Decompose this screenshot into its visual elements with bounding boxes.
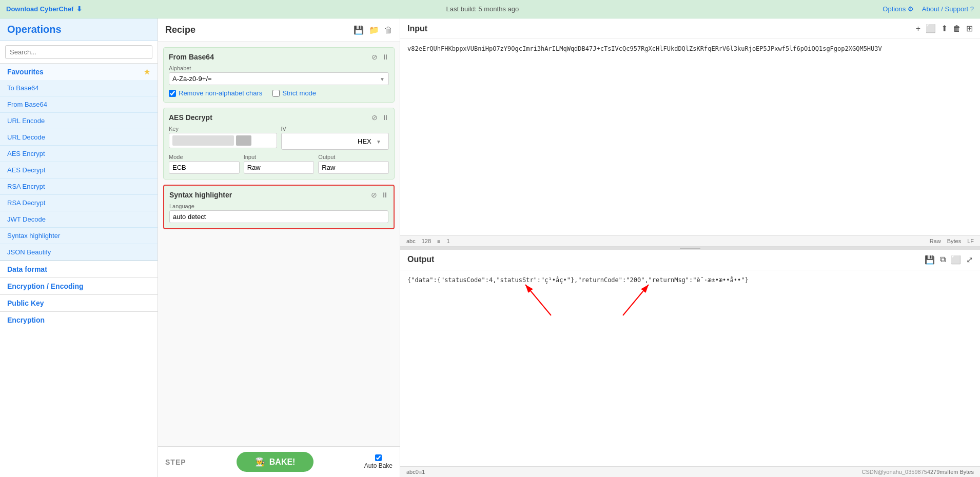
iv-label: IV: [281, 126, 389, 132]
aes-output-type[interactable]: [318, 161, 389, 174]
aes-disable-icon[interactable]: ⊘: [371, 113, 378, 122]
output-field-group: Output: [318, 154, 389, 174]
recipe-title: Recipe: [165, 25, 195, 35]
sidebar-item-rsa-encrypt[interactable]: RSA Encrypt: [0, 178, 158, 195]
input-field-group: Input: [244, 154, 315, 174]
language-input[interactable]: [169, 210, 388, 223]
output-save-button[interactable]: 💾: [925, 255, 935, 265]
recipe-load-button[interactable]: 📁: [369, 25, 379, 35]
input-status-abc: abc: [406, 238, 416, 244]
category-public-key[interactable]: Public Key: [0, 294, 158, 311]
output-content: {"data":{"statusCode":4,"statusStr":"ç¹•…: [400, 270, 980, 467]
search-input[interactable]: [5, 45, 152, 59]
auto-bake-checkbox[interactable]: [375, 454, 382, 461]
key-field-group: Key: [169, 126, 277, 150]
disable-icon[interactable]: ⊘: [371, 53, 378, 61]
sidebar-item-json-beautify[interactable]: JSON Beautify: [0, 244, 158, 261]
input-expand-button[interactable]: ⬆: [941, 24, 948, 33]
alphabet-select[interactable]: A-Za-z0-9+/=: [169, 72, 389, 85]
aes-decrypt-card: AES Decrypt ⊘ ⏸ Key IV: [163, 108, 395, 180]
main-layout: Operations Favourites ★ To Base64 From B…: [0, 18, 980, 477]
output-section: Output 💾 ⧉ ⬜ ⤢ {"data":{"statusCode":4,"…: [400, 250, 980, 478]
red-arrows-svg: [510, 280, 664, 321]
mode-input[interactable]: [169, 161, 240, 174]
from-base64-card-icons: ⊘ ⏸: [371, 53, 389, 61]
sidebar-list: Favourites ★ To Base64 From Base64 URL E…: [0, 64, 158, 477]
sidebar-item-jwt-decode[interactable]: JWT Decode: [0, 211, 158, 228]
syntax-highlighter-card: Syntax highlighter ⊘ ⏸ Language: [163, 185, 395, 229]
recipe-body: From Base64 ⊘ ⏸ Alphabet A-Za-z0-9+/= Re: [158, 42, 400, 446]
aes-pause-icon[interactable]: ⏸: [382, 113, 389, 122]
download-cyberchef-link[interactable]: Download CyberChef: [6, 5, 73, 13]
output-title: Output: [407, 255, 434, 264]
sidebar-item-to-base64[interactable]: To Base64: [0, 80, 158, 96]
category-encryption-encoding[interactable]: Encryption / Encoding: [0, 277, 158, 294]
mode-field-group: Mode: [169, 154, 240, 174]
output-status-bar: abc 0 ≡ 1 CSDN@yonahu_03598754 279ms Ite…: [400, 466, 980, 477]
category-encryption[interactable]: Encryption: [0, 311, 158, 328]
checkbox-row: Remove non-alphabet chars Strict mode: [169, 89, 389, 97]
input-grid-button[interactable]: ⊞: [966, 24, 973, 33]
strict-mode-label: Strict mode: [282, 89, 316, 97]
language-label: Language: [169, 203, 388, 209]
mode-label: Mode: [169, 154, 240, 160]
sidebar-item-url-encode[interactable]: URL Encode: [0, 113, 158, 129]
input-lf-label: LF: [967, 238, 974, 244]
sidebar-item-from-base64[interactable]: From Base64: [0, 96, 158, 113]
input-header: Input + ⬜ ⬆ 🗑 ⊞: [400, 18, 980, 39]
iv-input[interactable]: [285, 135, 316, 147]
bake-button[interactable]: 👨‍🍳 BAKE!: [237, 452, 314, 472]
options-link[interactable]: Options ⚙: [883, 5, 913, 13]
alphabet-select-wrapper: A-Za-z0-9+/=: [169, 72, 389, 85]
category-data-format[interactable]: Data format: [0, 261, 158, 277]
output-copy-button[interactable]: ⧉: [940, 255, 946, 265]
strict-mode-checkbox[interactable]: [272, 90, 280, 97]
input-label: Input: [244, 154, 315, 160]
input-char-count: 128: [422, 238, 431, 244]
sidebar-item-rsa-decrypt[interactable]: RSA Decrypt: [0, 195, 158, 211]
input-add-button[interactable]: +: [916, 24, 920, 33]
alphabet-label: Alphabet: [169, 65, 389, 71]
input-clear-button[interactable]: 🗑: [953, 24, 961, 33]
aes-input-type[interactable]: [244, 161, 315, 174]
sidebar-item-syntax-highlighter[interactable]: Syntax highlighter: [0, 228, 158, 244]
topbar-right: Options ⚙ About / Support ?: [883, 5, 974, 13]
iv-field-group: IV HEX: [281, 126, 389, 150]
input-content[interactable]: v82eErQUhFHKbppxVUBniHpO7zY9OgcImri3hArI…: [400, 39, 980, 235]
last-build-label: Last build: 5 months ago: [446, 5, 519, 13]
syntax-pause-icon[interactable]: ⏸: [381, 191, 388, 199]
sidebar-item-url-decode[interactable]: URL Decode: [0, 129, 158, 146]
iv-type-select[interactable]: HEX: [355, 135, 385, 147]
sidebar: Operations Favourites ★ To Base64 From B…: [0, 18, 158, 477]
strict-mode-checkbox-label[interactable]: Strict mode: [272, 89, 316, 97]
key-blurred-value: [172, 135, 234, 146]
from-base64-header: From Base64 ⊘ ⏸: [169, 53, 389, 61]
output-window-button[interactable]: ⬜: [951, 255, 961, 265]
remove-nonalpha-checkbox[interactable]: [169, 90, 176, 97]
input-header-icons: + ⬜ ⬆ 🗑 ⊞: [916, 24, 973, 33]
output-watermark: CSDN@yonahu_03598754: [862, 469, 930, 475]
output-header-icons: 💾 ⧉ ⬜ ⤢: [925, 255, 973, 265]
star-icon: ★: [144, 68, 150, 76]
recipe-clear-button[interactable]: 🗑: [384, 25, 393, 35]
favourites-label: Favourites: [7, 68, 44, 76]
output-header: Output 💾 ⧉ ⬜ ⤢: [400, 250, 980, 270]
from-base64-card: From Base64 ⊘ ⏸ Alphabet A-Za-z0-9+/= Re: [163, 47, 395, 103]
sidebar-item-aes-decrypt[interactable]: AES Decrypt: [0, 162, 158, 178]
about-support-link[interactable]: About / Support ?: [922, 5, 974, 13]
bake-icon: 👨‍🍳: [255, 457, 265, 467]
aes-decrypt-header: AES Decrypt ⊘ ⏸: [169, 113, 389, 122]
output-label: Output: [318, 154, 389, 160]
input-window-button[interactable]: ⬜: [926, 24, 936, 33]
output-time: 279ms: [930, 469, 947, 475]
output-items: Item Bytes: [947, 469, 974, 475]
pause-icon[interactable]: ⏸: [382, 53, 389, 61]
syntax-disable-icon[interactable]: ⊘: [371, 191, 377, 199]
options-gear-icon: ⚙: [908, 5, 914, 13]
sidebar-item-aes-encrypt[interactable]: AES Encrypt: [0, 146, 158, 162]
recipe-save-button[interactable]: 💾: [354, 25, 364, 35]
io-panel: Input + ⬜ ⬆ 🗑 ⊞ v82eErQUhFHKbppxVUBniHpO…: [400, 18, 980, 477]
remove-nonalpha-checkbox-label[interactable]: Remove non-alphabet chars: [169, 89, 262, 97]
input-raw-label: Raw: [930, 238, 941, 244]
output-expand-button[interactable]: ⤢: [966, 255, 973, 265]
